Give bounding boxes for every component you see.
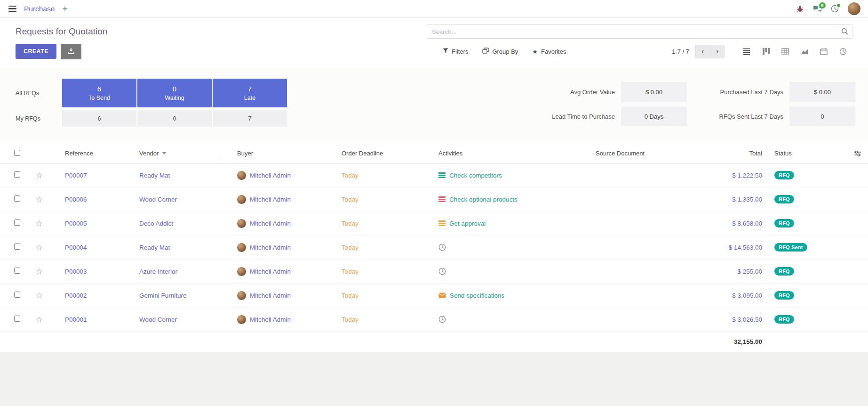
rfq-card-late[interactable]: 7 Late [213,79,287,107]
table-row[interactable]: ☆ P00006 Wood Corner Mitchell Admin Toda… [0,187,868,211]
reference-link[interactable]: P00003 [52,268,139,275]
vendor-link[interactable]: Ready Mat [139,244,237,251]
column-header-reference[interactable]: Reference [52,150,139,157]
reference-link[interactable]: P00007 [52,172,139,179]
activity-clock-icon[interactable] [438,316,446,323]
view-calendar-button[interactable] [814,44,833,58]
reference-link[interactable]: P00005 [52,220,139,227]
row-checkbox[interactable] [14,316,20,322]
export-button[interactable] [61,44,81,59]
activity-tasks-icon[interactable] [438,172,446,178]
activity-clock-icon[interactable] [438,244,446,251]
vendor-link[interactable]: Azure Interior [139,268,237,275]
buyer-link[interactable]: Mitchell Admin [250,220,291,227]
reference-link[interactable]: P00006 [52,196,139,203]
my-rfq-to-send[interactable]: 6 [62,110,136,127]
column-header-order-deadline[interactable]: Order Deadline [342,150,438,157]
user-avatar[interactable] [848,2,860,15]
view-graph-button[interactable] [795,44,814,58]
vendor-link[interactable]: Wood Corner [139,196,237,203]
messages-icon[interactable]: 5 [813,5,822,13]
table-row[interactable]: ☆ P00007 Ready Mat Mitchell Admin Today … [0,163,868,187]
select-all-checkbox[interactable] [14,150,20,156]
favorite-star-icon[interactable]: ☆ [35,315,42,324]
top-navbar: Purchase + 5 [0,0,868,18]
buyer-link[interactable]: Mitchell Admin [250,268,291,275]
all-rfqs-label[interactable]: All RFQs [16,90,61,97]
search-icon[interactable] [841,28,848,36]
group-by-button[interactable]: Group By [482,48,518,55]
vendor-link[interactable]: Deco Addict [139,220,237,227]
column-resize-handle[interactable] [219,148,219,159]
favorite-star-icon[interactable]: ☆ [35,195,42,204]
row-checkbox[interactable] [14,268,20,274]
my-rfqs-label[interactable]: My RFQs [16,115,61,122]
view-pivot-button[interactable] [775,44,795,58]
buyer-link[interactable]: Mitchell Admin [250,196,291,203]
purchase-stats: Avg Order Value $ 0.00 Purchased Last 7 … [533,81,855,128]
row-checkbox[interactable] [14,244,20,250]
buyer-link[interactable]: Mitchell Admin [250,172,291,179]
table-row[interactable]: ☆ P00005 Deco Addict Mitchell Admin Toda… [0,211,868,235]
vendor-link[interactable]: Ready Mat [139,172,237,179]
row-checkbox[interactable] [14,219,20,226]
favorite-star-icon[interactable]: ☆ [35,219,42,228]
table-row[interactable]: ☆ P00001 Wood Corner Mitchell Admin Toda… [0,308,868,332]
reference-link[interactable]: P00004 [52,244,139,251]
messages-badge: 5 [819,2,826,8]
view-list-button[interactable] [737,44,756,58]
pager-next-button[interactable]: › [710,45,725,58]
row-checkbox[interactable] [14,195,20,202]
my-rfq-waiting[interactable]: 0 [137,110,212,127]
reference-link[interactable]: P00002 [52,292,139,299]
favorites-button[interactable]: ★ Favorites [532,48,566,55]
view-kanban-button[interactable] [756,44,775,58]
app-name[interactable]: Purchase [24,5,55,13]
reference-link[interactable]: P00001 [52,316,139,323]
new-tab-icon[interactable]: + [62,4,67,14]
debug-bug-icon[interactable] [796,5,804,13]
column-header-total[interactable]: Total [673,150,765,157]
buyer-avatar [237,267,246,276]
activity-label[interactable]: Get approval [449,220,486,227]
column-header-buyer[interactable]: Buyer [237,150,342,157]
column-header-activities[interactable]: Activities [438,150,596,157]
table-row[interactable]: ☆ P00002 Gemini Furniture Mitchell Admin… [0,284,868,308]
activity-label[interactable]: Check competitors [449,172,502,179]
rfq-card-to-send[interactable]: 6 To Send [62,79,136,107]
column-header-vendor[interactable]: Vendor [139,148,237,159]
search-input[interactable] [427,24,852,39]
total-amount: $ 8,658.00 [673,220,765,227]
vendor-link[interactable]: Wood Corner [139,316,237,323]
optional-columns-toggle-icon[interactable] [854,150,861,157]
vendor-link[interactable]: Gemini Furniture [139,292,237,299]
favorite-star-icon[interactable]: ☆ [35,291,42,300]
row-checkbox[interactable] [14,292,20,298]
table-row[interactable]: ☆ P00004 Ready Mat Mitchell Admin Today … [0,235,868,260]
pager-previous-button[interactable]: ‹ [695,45,710,58]
favorite-star-icon[interactable]: ☆ [35,267,42,276]
activity-tasks-icon[interactable] [438,196,446,202]
table-row[interactable]: ☆ P00003 Azure Interior Mitchell Admin T… [0,260,868,284]
activity-clock-icon[interactable] [438,268,446,275]
favorite-star-icon[interactable]: ☆ [35,243,42,252]
activity-label[interactable]: Check optional products [449,196,518,203]
my-rfq-late[interactable]: 7 [213,110,287,127]
column-header-status[interactable]: Status [765,150,826,157]
activity-label[interactable]: Send specifications [450,292,504,299]
filters-button[interactable]: Filters [443,48,468,55]
rfq-card-waiting[interactable]: 0 Waiting [137,79,212,107]
row-checkbox[interactable] [14,171,20,178]
activity-envelope-icon[interactable] [438,292,446,298]
buyer-link[interactable]: Mitchell Admin [250,316,291,323]
column-header-source-document[interactable]: Source Document [596,150,673,157]
view-activity-button[interactable] [833,44,852,58]
create-button[interactable]: CREATE [16,44,56,59]
activities-icon[interactable] [831,5,839,13]
buyer-link[interactable]: Mitchell Admin [250,244,291,251]
apps-menu-icon[interactable] [8,4,17,14]
systray: 5 [796,2,860,15]
buyer-link[interactable]: Mitchell Admin [250,292,291,299]
favorite-star-icon[interactable]: ☆ [35,171,42,180]
activity-tasks-icon[interactable] [438,220,446,226]
